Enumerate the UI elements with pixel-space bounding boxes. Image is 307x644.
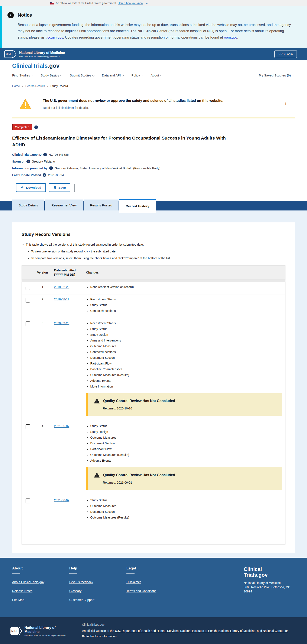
notice-text-3: . [237, 35, 238, 39]
change-item: Adverse Events [90, 379, 282, 382]
nav-item-label: Find Studies [12, 74, 30, 77]
save-button[interactable]: Save [49, 183, 70, 192]
nav-item-label: About [151, 74, 159, 77]
change-item: Outcome Measures (Results) [90, 516, 282, 519]
footer-column-help: HelpGive us feedbackGlossaryCustomer Sup… [69, 566, 126, 607]
nav-item-data-and-api[interactable]: Data and API [102, 74, 123, 77]
info-icon[interactable]: i [27, 160, 30, 163]
breadcrumb-home[interactable]: Home [12, 84, 20, 88]
footer-address-line2: 20894 [244, 590, 252, 593]
nav-item-study-basics[interactable]: Study Basics [41, 74, 62, 77]
official-link-u-s-department-of-health-and-human-services[interactable]: U.S. Department of Health and Human Serv… [115, 629, 178, 632]
version-date-link[interactable]: 2021-06-02 [54, 498, 70, 502]
version-checkbox[interactable] [26, 285, 30, 290]
tab-record-history[interactable]: Record History [119, 200, 156, 212]
clinicaltrials-logo[interactable]: ClinicalTrials.gov [12, 63, 60, 69]
official-link-national-library-of-medicine[interactable]: National Library of Medicine [218, 629, 255, 632]
version-checkbox[interactable] [26, 424, 30, 429]
cc-nih-gov-link[interactable]: cc.nih.gov [47, 35, 63, 39]
change-item: Baseline Characteristics [90, 368, 282, 371]
footer-link-about-clinicaltrials-gov[interactable]: About ClinicalTrials.gov [12, 580, 69, 584]
footer-link-terms-and-conditions[interactable]: Terms and Conditions [126, 589, 184, 593]
nlm-footer-logo: NIH National Library of Medicine Nationa… [10, 623, 66, 639]
change-item: Participant Flow [90, 447, 282, 451]
divider [69, 574, 77, 574]
change-item: Outcome Measures [90, 436, 282, 439]
meta-row-information-provided-by: Information provided byiGregory Fabiano,… [12, 166, 295, 170]
col-changes: Changes [83, 266, 285, 280]
chevron-down-icon [122, 74, 124, 76]
us-flag-icon [50, 2, 54, 4]
cell-select [22, 318, 34, 421]
nih-logo: NIH [10, 626, 22, 636]
download-icon [21, 186, 24, 190]
breadcrumb-search-results[interactable]: Search Results [25, 84, 45, 88]
notice-text: Because of a lapse in government funding… [18, 22, 292, 40]
col-date: Date submitted(YYYY-MM-DD) [51, 266, 83, 280]
brand-name: ClinicalTrials [12, 63, 48, 69]
cell-version: 4 [34, 421, 51, 495]
footer-logo: ClinicalTrials.gov [244, 566, 295, 578]
changes-list: Study StatusStudy DesignOutcome Measures… [90, 424, 282, 462]
footer-brand: ClinicalTrials.gov National Library of M… [244, 566, 295, 607]
footer-link-disclaimer[interactable]: Disclaimer [126, 580, 184, 584]
divider [12, 574, 20, 574]
divider [37, 98, 37, 110]
prs-login-button[interactable]: PRS Login [274, 50, 297, 58]
breadcrumb-current: Study Record [51, 84, 68, 88]
version-checkbox[interactable] [26, 298, 30, 302]
nav-item-about[interactable]: About [151, 74, 161, 77]
footer-link-customer-support[interactable]: Customer Support [69, 598, 126, 602]
official-link-national-institutes-of-health[interactable]: National Institutes of Health [180, 629, 217, 632]
tab-researcher-view[interactable]: Researcher View [45, 200, 83, 210]
info-icon[interactable]: i [34, 126, 38, 129]
cell-changes: None (earliest version on record) [83, 282, 285, 294]
footer-link-give-us-feedback[interactable]: Give us feedback [69, 580, 126, 584]
qc-title: Quality Control Review Has Not Concluded [103, 473, 175, 477]
intro-subitem: To compare two versions, select them usi… [31, 256, 285, 260]
tab-results-posted[interactable]: Results Posted [84, 200, 119, 210]
nav-item-policy[interactable]: Policy [131, 74, 142, 77]
tab-study-details[interactable]: Study Details [12, 200, 44, 210]
meta-row-last-update-posted: Last Update Postedi2021-06-24 [12, 173, 295, 177]
footer-link-glossary[interactable]: Glossary [69, 589, 126, 593]
nav-item-submit-studies[interactable]: Submit Studies [70, 74, 94, 77]
nav-item-label: Policy [131, 74, 140, 77]
version-date-link[interactable]: 2021-05-07 [54, 424, 70, 428]
my-saved-studies-link[interactable]: My Saved Studies (0) → [259, 74, 295, 77]
info-icon[interactable]: i [43, 173, 46, 177]
info-icon[interactable]: i [49, 166, 53, 170]
how-you-know-link[interactable]: Here's how you know [118, 2, 143, 5]
bookmark-icon [53, 186, 57, 190]
version-checkbox[interactable] [26, 322, 30, 326]
brand-tld: .gov [48, 63, 60, 69]
disclaimer-pre: Read our full [43, 106, 61, 110]
change-item: More Information [90, 385, 282, 388]
version-date-link[interactable]: 2020-09-23 [54, 322, 70, 325]
cell-select [22, 282, 34, 294]
official-text-segment: , and [255, 629, 263, 632]
cell-version: 3 [34, 318, 51, 421]
opm-gov-link[interactable]: opm.gov [224, 35, 237, 39]
info-icon[interactable]: i [43, 153, 47, 156]
table-gap-band [22, 280, 285, 282]
version-date-link[interactable]: 2018-08-11 [54, 298, 69, 301]
download-button[interactable]: Download [16, 183, 46, 192]
expand-icon[interactable]: + [284, 101, 287, 106]
disclaimer-link[interactable]: disclaimer [61, 106, 74, 110]
footer-column-legal: LegalDisclaimerTerms and Conditions [126, 566, 184, 607]
footer-address: National Library of Medicine8600 Rockvil… [244, 581, 295, 594]
nav-item-find-studies[interactable]: Find Studies [12, 74, 33, 77]
version-checkbox[interactable] [26, 498, 30, 504]
funding-notice: i Notice Because of a lapse in governmen… [0, 6, 307, 48]
footer-link-release-notes[interactable]: Release Notes [12, 589, 69, 593]
change-item: Contacts/Locations [90, 309, 282, 312]
footer-link-site-map[interactable]: Site Map [12, 598, 69, 602]
table-row: 32020-09-23Recruitment StatusStudy Statu… [22, 318, 285, 421]
subfooter-org-sub: National Center for Biotechnology Inform… [25, 634, 66, 636]
version-date-link[interactable]: 2018-02-23 [54, 285, 70, 289]
disclaimer-subtext: Read our full disclaimer for details. [43, 106, 223, 110]
download-label: Download [26, 186, 41, 190]
cell-date: 2018-02-23 [51, 282, 83, 294]
table-row: 22018-08-11Recruitment StatusStudy Statu… [22, 294, 285, 318]
